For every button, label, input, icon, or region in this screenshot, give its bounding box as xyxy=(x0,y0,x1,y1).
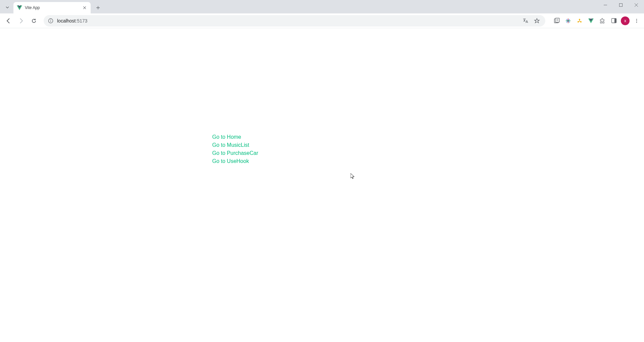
link-purchasecar[interactable]: Go to PurchaseCar xyxy=(212,149,258,157)
vue-devtools-icon[interactable] xyxy=(586,16,596,26)
side-panel-icon[interactable] xyxy=(609,16,618,26)
svg-point-11 xyxy=(636,20,637,21)
url-host: localhost xyxy=(57,18,76,24)
browser-tab-strip: Vite App xyxy=(0,0,644,13)
tab-title: Vite App xyxy=(25,5,79,10)
svg-point-10 xyxy=(636,19,637,20)
extension-2-icon[interactable] xyxy=(575,16,584,26)
tab-close-button[interactable] xyxy=(82,5,87,10)
reload-button[interactable] xyxy=(28,15,40,27)
chrome-menu-button[interactable] xyxy=(632,16,641,26)
profile-avatar[interactable]: x xyxy=(620,16,630,26)
link-usehook[interactable]: Go to UseHook xyxy=(212,157,258,165)
nav-links: Go to Home Go to MusicList Go to Purchas… xyxy=(212,133,258,165)
page-viewport: Go to Home Go to MusicList Go to Purchas… xyxy=(0,28,644,342)
window-close-button[interactable] xyxy=(629,0,644,10)
bookmark-icon[interactable] xyxy=(533,16,541,25)
svg-point-2 xyxy=(50,19,51,20)
extensions-icon[interactable] xyxy=(598,16,607,26)
svg-rect-4 xyxy=(555,18,559,22)
window-minimize-button[interactable] xyxy=(598,0,613,10)
back-button[interactable] xyxy=(3,15,14,27)
vue-favicon-icon xyxy=(17,5,22,10)
address-bar[interactable]: localhost:5173 xyxy=(44,15,545,27)
tab-search-button[interactable] xyxy=(3,3,12,12)
window-maximize-button[interactable] xyxy=(613,0,629,10)
svg-point-12 xyxy=(636,22,637,23)
url-port: :5173 xyxy=(76,18,87,24)
browser-tab[interactable]: Vite App xyxy=(13,2,91,13)
svg-rect-0 xyxy=(619,4,623,7)
cursor-icon xyxy=(351,173,355,179)
window-controls xyxy=(598,0,644,13)
new-tab-button[interactable] xyxy=(93,3,103,12)
browser-toolbar: localhost:5173 x xyxy=(0,13,644,28)
translate-icon[interactable] xyxy=(521,16,530,25)
forward-button[interactable] xyxy=(15,15,27,27)
extension-1-icon[interactable] xyxy=(563,16,573,26)
site-info-icon[interactable] xyxy=(48,18,54,24)
url-text: localhost:5173 xyxy=(57,18,518,24)
link-home[interactable]: Go to Home xyxy=(212,133,258,141)
link-musiclist[interactable]: Go to MusicList xyxy=(212,141,258,149)
svg-point-5 xyxy=(579,19,580,20)
reading-list-icon[interactable] xyxy=(552,16,561,26)
svg-rect-9 xyxy=(614,18,616,23)
